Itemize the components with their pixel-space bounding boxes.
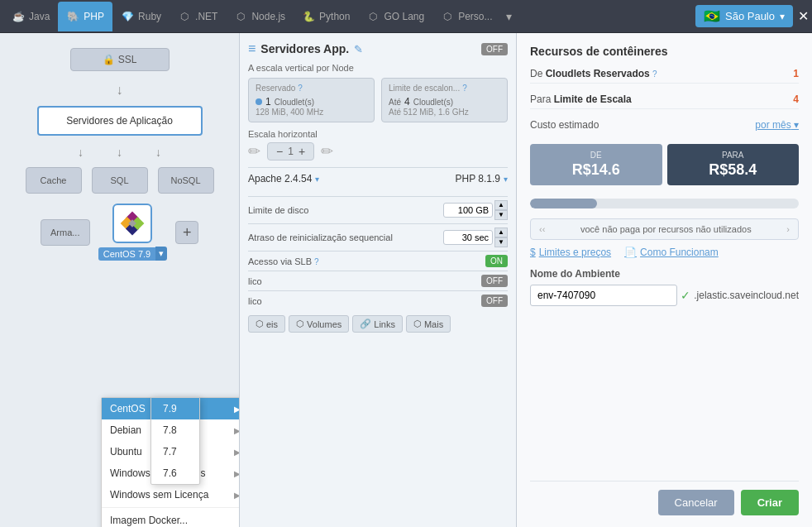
env-name-input[interactable] (530, 285, 677, 306)
version-77[interactable]: 7.7 (151, 441, 199, 462)
cloudlets-reserved-label: Cloudlets Reservados (546, 68, 650, 79)
volumes-icon: ⬡ (296, 319, 304, 329)
limites-link[interactable]: $ Limites e preços (530, 247, 611, 258)
more-tabs-button[interactable]: ▾ (501, 7, 517, 26)
disk-row: Limite de disco ▲ ▼ (248, 196, 508, 223)
reserved-label: Reservado ? (256, 84, 367, 93)
stepper-plus-button[interactable]: + (297, 145, 307, 158)
h-pencil-left-icon[interactable]: ✏ (248, 142, 260, 160)
dropdown-item-windows-nolic[interactable]: Windows sem Licença ▶ (102, 484, 240, 505)
por-mes-link[interactable]: por mês ▾ (755, 119, 799, 131)
tab-mais[interactable]: ⬡ Mais (406, 315, 451, 333)
free-notice: ‹‹ você não paga por recursos não utiliz… (530, 218, 799, 240)
nodejs-icon: ⬡ (234, 10, 247, 23)
chevron-right-icon: ▶ (234, 405, 240, 414)
arrow1-icon: ↓ (78, 146, 84, 159)
app-server-toggle[interactable]: OFF (481, 43, 508, 55)
tab-php[interactable]: 🐘 PHP (58, 2, 112, 31)
java-icon: ☕ (12, 10, 25, 23)
apache-label[interactable]: Apache 2.4.54 ▾ (248, 173, 319, 184)
cache-sql-nosql-row: Cache SQL NoSQL (26, 167, 214, 194)
nosql-button[interactable]: NoSQL (158, 167, 214, 194)
bottom-tabs: ⬡ eis ⬡ Volumes 🔗 Links ⬡ Mais (248, 315, 508, 333)
blue-dot-icon (256, 98, 262, 105)
como-link[interactable]: 📄 Como Funcionam (624, 247, 719, 258)
reserved-info-icon[interactable]: ? (298, 84, 303, 93)
arma-button[interactable]: Arma... (41, 219, 90, 246)
env-name-input-row: ✓ .jelastic.saveincloud.net (530, 285, 799, 306)
version-79[interactable]: 7.9 (151, 398, 199, 419)
disk-up-button[interactable]: ▲ (494, 200, 508, 210)
apache-chevron-icon: ▾ (315, 175, 319, 184)
tab-perso[interactable]: ⬡ Perso... (432, 2, 500, 31)
panel-header-icon: ≡ (248, 41, 256, 56)
links-icon: 🔗 (360, 319, 371, 329)
scale-limit-value-row: Até 4 Cloudlet(s) (389, 96, 500, 108)
arrow3-icon: ↓ (155, 146, 161, 159)
dollar-icon: $ (530, 247, 536, 258)
centos-dropdown-arrow[interactable]: ▾ (155, 247, 167, 261)
disk-down-button[interactable]: ▼ (494, 210, 508, 220)
os-icon-box[interactable] (112, 204, 152, 243)
cloudlets-row: De Cloudlets Reservados ? 1 (530, 65, 799, 84)
php-label[interactable]: PHP 8.1.9 ▾ (456, 173, 508, 184)
stepper-minus-button[interactable]: − (275, 145, 284, 158)
os-selector-group: CentOS 7.9 ▾ (98, 204, 167, 261)
tab-ruby[interactable]: 💎 Ruby (112, 2, 170, 31)
ssl-button[interactable]: 🔒 SSL (70, 48, 170, 71)
dialog-close-button[interactable]: ✕ (798, 8, 809, 24)
env-name-section: Nome do Ambiente ✓ .jelastic.saveincloud… (530, 268, 799, 306)
sql-button[interactable]: SQL (92, 167, 148, 194)
reserved-sub: 128 MiB, 400 MHz (256, 108, 367, 117)
delay-up-button[interactable]: ▲ (494, 228, 508, 237)
scale-row: Reservado ? 1 Cloudlet(s) 128 MiB, 400 M… (248, 78, 508, 122)
publico2-toggle[interactable]: OFF (481, 295, 508, 307)
tab-eis[interactable]: ⬡ eis (248, 315, 285, 333)
tab-python[interactable]: 🐍 Python (294, 2, 358, 31)
centos-version-badge[interactable]: CentOS 7.9 (98, 247, 155, 261)
tab-net[interactable]: ⬡ .NET (170, 2, 226, 31)
tab-java[interactable]: ☕ Java (3, 2, 58, 31)
dropdown-divider (102, 507, 240, 508)
scale-limit-box: Limite de escalon... ? Até 4 Cloudlet(s)… (381, 78, 508, 122)
net-icon: ⬡ (178, 10, 191, 23)
delay-value-input[interactable] (443, 230, 493, 245)
version-76[interactable]: 7.6 (151, 462, 199, 484)
publico1-row: lico OFF (248, 271, 508, 290)
version-78[interactable]: 7.8 (151, 419, 199, 441)
tab-volumes[interactable]: ⬡ Volumes (289, 315, 349, 333)
edit-icon[interactable]: ✎ (354, 43, 363, 55)
env-name-label: Nome do Ambiente (530, 268, 799, 280)
region-selector[interactable]: 🇧🇷 São Paulo ▾ (695, 5, 793, 27)
reserved-box: Reservado ? 1 Cloudlet(s) 128 MiB, 400 M… (248, 78, 375, 122)
domain-suffix: .jelastic.saveincloud.net (694, 290, 799, 301)
add-button[interactable]: + (175, 221, 198, 244)
delay-down-button[interactable]: ▼ (494, 237, 508, 247)
tab-links[interactable]: 🔗 Links (352, 315, 403, 333)
tab-nodejs[interactable]: ⬡ Node.js (226, 2, 294, 31)
chevron-right-icon: ▶ (234, 491, 240, 500)
check-icon: ✓ (681, 289, 690, 302)
perso-icon: ⬡ (441, 10, 454, 23)
cloudlets-info-icon[interactable]: ? (652, 69, 657, 79)
cancel-button[interactable]: Cancelar (658, 490, 734, 515)
panel-title: Servidores App. (260, 42, 349, 55)
python-icon: 🐍 (302, 10, 315, 23)
cache-button[interactable]: Cache (26, 167, 82, 194)
reserved-value-row: 1 Cloudlet(s) (256, 96, 367, 108)
disk-spinner: ▲ ▼ (494, 200, 508, 220)
dropdown-item-docker[interactable]: Imagem Docker... (102, 510, 240, 527)
h-pencil-right-icon[interactable]: ✏ (321, 142, 333, 160)
acesso-info-icon[interactable]: ? (314, 257, 319, 266)
free-notice-text: você não paga por recursos não utilizado… (580, 224, 752, 234)
publico1-toggle[interactable]: OFF (481, 275, 508, 287)
price-boxes: DE R$14.6 PARA R$58.4 (530, 144, 799, 185)
acesso-slb-toggle[interactable]: ON (485, 255, 508, 267)
disk-value-input[interactable] (443, 203, 493, 218)
criar-button[interactable]: Criar (741, 490, 799, 515)
app-server-button[interactable]: Servidores de Aplicação (37, 106, 203, 136)
tab-golang[interactable]: ⬡ GO Lang (358, 2, 432, 31)
cloudlets-value: 1 (793, 68, 799, 79)
scale-limit-row: Para Limite de Escala 4 (530, 90, 799, 109)
scale-limit-info-icon[interactable]: ? (462, 84, 467, 93)
